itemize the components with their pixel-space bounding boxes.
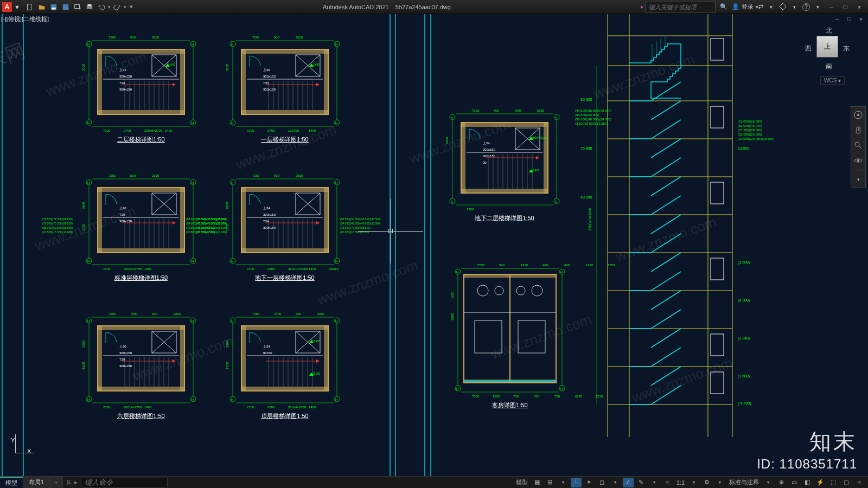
svg-text:3200: 3200 [226,63,229,71]
status-hw-icon[interactable]: ⚡ [815,478,826,487]
tab-model[interactable]: 模型 [0,477,23,488]
status-dropdown5[interactable]: ▾ [714,478,725,487]
qat-undo-icon[interactable] [96,2,107,12]
qat-new-icon[interactable] [24,2,35,12]
status-iso-icon[interactable]: ⬚ [828,478,839,487]
status-dropdown4[interactable]: ▾ [688,478,699,487]
status-gear-icon[interactable]: ⚙ [701,478,712,487]
status-osnap-icon[interactable]: ◻ [597,478,608,487]
svg-text:85.300: 85.300 [580,98,592,101]
nav-more-icon[interactable]: ▾ [852,174,864,185]
qat-saveas-icon[interactable] [60,2,71,12]
svg-text:H: H [451,200,453,203]
qat-undo-dropdown[interactable]: ▾ [108,4,111,10]
tab-layout1[interactable]: 布局1 [23,477,50,488]
nav-zoom-icon[interactable] [852,139,864,151]
nav-orbit-icon[interactable] [852,155,864,166]
svg-text:上36: 上36 [263,68,270,72]
svg-text:H: H [335,260,337,263]
login-button[interactable]: 👤 登录 ▾ [732,3,758,11]
help-icon[interactable]: ? [802,3,810,11]
svg-text:H: H [560,271,563,274]
svg-text:上24: 上24 [263,345,270,348]
drawing-canvas[interactable]: www.znzmo.com www.znzmo.com www.znzmo.co… [0,14,868,476]
wcs-label[interactable]: WCS ▾ [820,76,845,85]
status-clean-icon[interactable]: ▢ [841,478,852,487]
status-menu-icon[interactable]: ≡ [854,478,865,487]
nav-pan-icon[interactable] [852,124,864,136]
status-grid-icon[interactable]: ▦ [532,478,542,487]
status-dropdown2[interactable]: ▾ [610,478,621,487]
svg-text:(23.000)(20.000)(18.500): (23.000)(20.000)(18.500) [738,137,774,140]
minimize-button[interactable]: – [825,2,838,12]
vp-maximize[interactable]: □ [844,15,854,23]
plan-drawing-2: H H H H 720080026507100300x9=27001500290… [81,171,201,280]
status-ortho-icon[interactable]: └ [571,478,582,487]
apps-icon[interactable] [779,3,787,11]
close-button[interactable]: × [853,2,866,12]
svg-rect-175 [241,248,328,253]
status-dropdown3[interactable]: ▾ [649,478,660,487]
svg-text:(56.500)(52.000): (56.500)(52.000) [575,113,599,117]
app-logo[interactable]: A [2,2,12,12]
app-menu-dropdown[interactable]: ▼ [14,4,20,10]
vp-close[interactable]: × [856,15,866,23]
status-ui-icon[interactable]: ◧ [802,478,813,487]
qat-save-icon[interactable] [48,2,59,12]
svg-rect-381 [475,320,502,353]
command-input[interactable] [81,478,168,487]
svg-text:300x150: 300x150 [119,75,132,78]
status-otrack-icon[interactable]: ∠ [623,478,634,487]
qat-plot-icon[interactable] [84,2,95,12]
compass-west[interactable]: 西 [805,44,812,53]
svg-point-379 [532,285,542,296]
svg-rect-176 [241,188,246,253]
svg-line-432 [859,146,861,149]
svg-text:H: H [87,43,90,46]
search-box[interactable] [645,2,716,12]
qat-redo-dropdown[interactable]: ▾ [124,4,126,10]
plan-label: 二层楼梯详图1:50 [117,136,164,144]
svg-text:2650: 2650 [296,36,303,39]
status-ws-icon[interactable]: ⊕ [776,478,787,487]
status-dyn-icon[interactable]: ✎ [636,478,647,487]
compass-east[interactable]: 东 [843,44,850,53]
svg-text:-5.400: -5.400 [532,169,539,172]
grid-line [2,14,3,476]
recent-commands-icon[interactable]: ⎘ [67,479,71,486]
nav-fullnav-icon[interactable] [852,109,864,121]
svg-text:7550: 7550 [477,264,485,267]
compass-south[interactable]: 南 [826,62,832,71]
search-icon[interactable]: 🔍 [720,3,727,10]
svg-text:540: 540 [499,264,505,267]
status-dropdown6[interactable]: ▾ [763,478,774,487]
status-dropdown1[interactable]: ▾ [558,478,569,487]
status-scale[interactable]: 1:1 [675,478,686,487]
svg-text:(31.000)(25.000): (31.000)(25.000) [738,133,762,136]
status-model-button[interactable]: 模型 [514,478,529,487]
status-snap-icon[interactable]: ⊞ [545,478,556,487]
svg-text:H: H [555,116,557,119]
status-polar-icon[interactable]: ✦ [584,478,595,487]
qat-open-icon[interactable] [36,2,47,12]
vp-minimize[interactable]: – [832,15,842,23]
qat-redo-icon[interactable] [112,2,123,12]
tab-add[interactable]: + [50,477,62,488]
compass-north[interactable]: 北 [826,26,832,35]
viewcube-face-top[interactable]: 上 [816,36,838,57]
command-line[interactable]: ⎘ ▸ [67,478,514,487]
viewcube[interactable]: 北 南 东 西 上 WCS ▾ [803,25,852,85]
exchange-icon[interactable]: ⇄ [758,3,763,10]
title-center: Autodesk AutoCAD 2021 5b27a245aac07.dwg [133,4,641,10]
viewport-label[interactable]: [-][俯视][二维线框] [1,15,49,23]
search-input[interactable] [649,4,712,10]
status-annotation[interactable]: 标准与注释 [727,478,761,487]
maximize-button[interactable]: □ [839,2,852,12]
svg-text:1500: 1500 [82,223,85,231]
status-am-icon[interactable]: ▭ [789,478,800,487]
qat-publish-icon[interactable] [72,2,83,12]
svg-text:H: H [456,387,458,390]
svg-text:上24: 上24 [483,142,490,145]
ucs-y-label: Y [11,437,15,444]
status-lwt-icon[interactable]: ≡ [662,478,673,487]
